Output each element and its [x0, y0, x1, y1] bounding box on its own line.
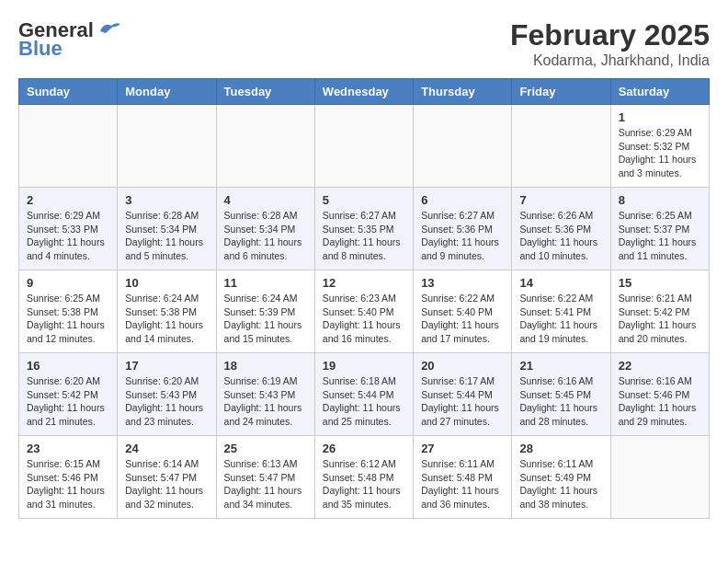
day-info: Sunrise: 6:28 AM Sunset: 5:34 PM Dayligh…	[224, 209, 307, 263]
day-info: Sunrise: 6:24 AM Sunset: 5:39 PM Dayligh…	[224, 292, 307, 346]
day-info: Sunrise: 6:22 AM Sunset: 5:41 PM Dayligh…	[519, 292, 602, 346]
day-number: 13	[421, 276, 504, 290]
day-info: Sunrise: 6:29 AM Sunset: 5:33 PM Dayligh…	[27, 209, 109, 263]
day-number: 22	[619, 359, 701, 373]
col-thursday: Thursday	[414, 79, 512, 105]
day-number: 8	[619, 193, 701, 207]
table-row: 13Sunrise: 6:22 AM Sunset: 5:40 PM Dayli…	[414, 270, 512, 353]
table-row: 12Sunrise: 6:23 AM Sunset: 5:40 PM Dayli…	[314, 270, 413, 353]
table-row: 7Sunrise: 6:26 AM Sunset: 5:36 PM Daylig…	[512, 188, 610, 270]
day-number: 26	[323, 442, 405, 455]
calendar-week-row: 1Sunrise: 6:29 AM Sunset: 5:32 PM Daylig…	[19, 105, 710, 188]
day-number: 6	[421, 193, 504, 207]
table-row	[414, 105, 512, 188]
day-info: Sunrise: 6:20 AM Sunset: 5:42 PM Dayligh…	[27, 374, 109, 429]
day-info: Sunrise: 6:18 AM Sunset: 5:44 PM Dayligh…	[323, 374, 405, 429]
day-number: 16	[27, 359, 109, 373]
day-number: 20	[421, 359, 504, 373]
day-number: 17	[125, 359, 208, 373]
day-number: 4	[224, 193, 307, 207]
table-row: 26Sunrise: 6:12 AM Sunset: 5:48 PM Dayli…	[314, 436, 413, 519]
day-info: Sunrise: 6:11 AM Sunset: 5:49 PM Dayligh…	[519, 457, 602, 511]
table-row	[512, 105, 610, 188]
day-number: 2	[27, 193, 109, 207]
day-number: 15	[619, 276, 701, 290]
table-row: 1Sunrise: 6:29 AM Sunset: 5:32 PM Daylig…	[610, 105, 709, 188]
page-header: General Blue February 2025 Kodarma, Jhar…	[18, 18, 710, 69]
table-row	[216, 105, 314, 188]
logo: General Blue	[18, 18, 122, 61]
table-row: 28Sunrise: 6:11 AM Sunset: 5:49 PM Dayli…	[512, 436, 610, 519]
table-row: 6Sunrise: 6:27 AM Sunset: 5:36 PM Daylig…	[414, 188, 512, 270]
day-number: 24	[125, 442, 208, 455]
col-saturday: Saturday	[610, 79, 709, 105]
month-title: February 2025	[510, 18, 710, 52]
day-info: Sunrise: 6:11 AM Sunset: 5:48 PM Dayligh…	[421, 457, 504, 511]
table-row: 18Sunrise: 6:19 AM Sunset: 5:43 PM Dayli…	[216, 353, 314, 436]
day-number: 7	[519, 193, 602, 207]
day-number: 3	[125, 193, 208, 207]
table-row: 2Sunrise: 6:29 AM Sunset: 5:33 PM Daylig…	[19, 188, 118, 270]
table-row: 23Sunrise: 6:15 AM Sunset: 5:46 PM Dayli…	[19, 436, 118, 519]
day-number: 27	[421, 442, 504, 455]
day-number: 5	[323, 193, 405, 207]
table-row: 9Sunrise: 6:25 AM Sunset: 5:38 PM Daylig…	[19, 270, 118, 353]
day-number: 9	[27, 276, 109, 290]
day-info: Sunrise: 6:29 AM Sunset: 5:32 PM Dayligh…	[619, 126, 701, 180]
calendar-week-row: 2Sunrise: 6:29 AM Sunset: 5:33 PM Daylig…	[19, 188, 710, 270]
day-info: Sunrise: 6:22 AM Sunset: 5:40 PM Dayligh…	[421, 292, 504, 346]
day-info: Sunrise: 6:20 AM Sunset: 5:43 PM Dayligh…	[125, 374, 208, 429]
table-row: 8Sunrise: 6:25 AM Sunset: 5:37 PM Daylig…	[610, 188, 709, 270]
day-info: Sunrise: 6:27 AM Sunset: 5:35 PM Dayligh…	[323, 209, 405, 263]
day-number: 11	[224, 276, 307, 290]
table-row: 20Sunrise: 6:17 AM Sunset: 5:44 PM Dayli…	[414, 353, 512, 436]
day-info: Sunrise: 6:28 AM Sunset: 5:34 PM Dayligh…	[125, 209, 208, 263]
table-row: 21Sunrise: 6:16 AM Sunset: 5:45 PM Dayli…	[512, 353, 610, 436]
day-info: Sunrise: 6:26 AM Sunset: 5:36 PM Dayligh…	[519, 209, 602, 263]
day-number: 10	[125, 276, 208, 290]
calendar-week-row: 16Sunrise: 6:20 AM Sunset: 5:42 PM Dayli…	[19, 353, 710, 436]
table-row: 5Sunrise: 6:27 AM Sunset: 5:35 PM Daylig…	[314, 188, 413, 270]
day-number: 1	[619, 110, 701, 124]
day-number: 21	[519, 359, 602, 373]
col-sunday: Sunday	[19, 79, 118, 105]
col-wednesday: Wednesday	[314, 79, 413, 105]
location: Kodarma, Jharkhand, India	[510, 52, 710, 69]
day-info: Sunrise: 6:21 AM Sunset: 5:42 PM Dayligh…	[619, 292, 701, 346]
day-number: 25	[224, 442, 307, 455]
table-row: 15Sunrise: 6:21 AM Sunset: 5:42 PM Dayli…	[610, 270, 709, 353]
table-row	[118, 105, 216, 188]
table-row: 27Sunrise: 6:11 AM Sunset: 5:48 PM Dayli…	[414, 436, 512, 519]
table-row	[19, 105, 118, 188]
table-row: 11Sunrise: 6:24 AM Sunset: 5:39 PM Dayli…	[216, 270, 314, 353]
calendar-week-row: 9Sunrise: 6:25 AM Sunset: 5:38 PM Daylig…	[19, 270, 710, 353]
table-row: 17Sunrise: 6:20 AM Sunset: 5:43 PM Dayli…	[118, 353, 216, 436]
table-row: 3Sunrise: 6:28 AM Sunset: 5:34 PM Daylig…	[118, 188, 216, 270]
logo-bird-icon	[97, 20, 122, 37]
day-info: Sunrise: 6:16 AM Sunset: 5:46 PM Dayligh…	[619, 374, 701, 429]
day-number: 18	[224, 359, 307, 373]
table-row: 4Sunrise: 6:28 AM Sunset: 5:34 PM Daylig…	[216, 188, 314, 270]
table-row: 16Sunrise: 6:20 AM Sunset: 5:42 PM Dayli…	[19, 353, 118, 436]
day-info: Sunrise: 6:16 AM Sunset: 5:45 PM Dayligh…	[519, 374, 602, 429]
table-row: 19Sunrise: 6:18 AM Sunset: 5:44 PM Dayli…	[314, 353, 413, 436]
table-row	[610, 436, 709, 519]
day-info: Sunrise: 6:23 AM Sunset: 5:40 PM Dayligh…	[323, 292, 405, 346]
calendar-header-row: Sunday Monday Tuesday Wednesday Thursday…	[19, 79, 710, 105]
day-info: Sunrise: 6:19 AM Sunset: 5:43 PM Dayligh…	[224, 374, 307, 429]
col-monday: Monday	[118, 79, 216, 105]
day-info: Sunrise: 6:25 AM Sunset: 5:38 PM Dayligh…	[27, 292, 109, 346]
day-number: 12	[323, 276, 405, 290]
table-row: 22Sunrise: 6:16 AM Sunset: 5:46 PM Dayli…	[610, 353, 709, 436]
day-info: Sunrise: 6:25 AM Sunset: 5:37 PM Dayligh…	[619, 209, 701, 263]
day-number: 23	[27, 442, 109, 455]
day-info: Sunrise: 6:24 AM Sunset: 5:38 PM Dayligh…	[125, 292, 208, 346]
day-info: Sunrise: 6:15 AM Sunset: 5:46 PM Dayligh…	[27, 457, 109, 511]
day-number: 14	[519, 276, 602, 290]
calendar-week-row: 23Sunrise: 6:15 AM Sunset: 5:46 PM Dayli…	[19, 436, 710, 519]
calendar-table: Sunday Monday Tuesday Wednesday Thursday…	[18, 78, 710, 519]
day-info: Sunrise: 6:17 AM Sunset: 5:44 PM Dayligh…	[421, 374, 504, 429]
table-row: 24Sunrise: 6:14 AM Sunset: 5:47 PM Dayli…	[118, 436, 216, 519]
day-number: 28	[519, 442, 602, 455]
logo-blue-text: Blue	[18, 37, 63, 61]
